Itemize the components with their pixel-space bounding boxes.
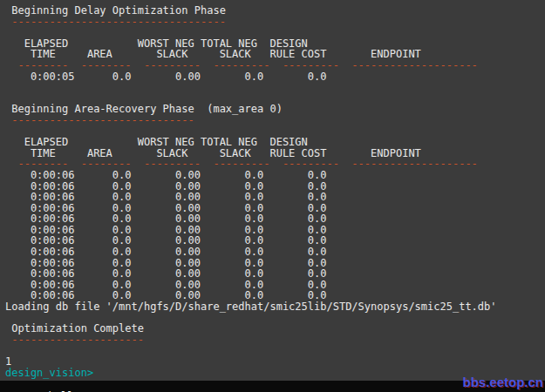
- terminal-line: [5, 27, 545, 38]
- terminal-line: ELAPSED WORST NEG TOTAL NEG DESIGN: [5, 137, 545, 148]
- terminal-line: 0:00:06 0.0 0.00 0.0 0.0: [5, 192, 545, 203]
- status-bar: tt shell 1 (Shell pwe) L229 08 Ret: [0, 381, 545, 392]
- terminal-line: 0:00:06 0.0 0.00 0.0 0.0: [5, 170, 545, 181]
- terminal-line: 0:00:05 0.0 0.00 0.0 0.0: [5, 71, 545, 83]
- terminal-line: Optimization Complete: [5, 323, 545, 335]
- terminal-line: ---------------------: [5, 335, 545, 346]
- terminal-line: 1: [5, 356, 545, 368]
- terminal-output[interactable]: Beginning Delay Optimization Phase -----…: [0, 0, 545, 381]
- terminal-line: 0:00:06 0.0 0.00 0.0 0.0: [5, 268, 545, 280]
- terminal-line: 0:00:06 0.0 0.00 0.0 0.0: [5, 213, 545, 225]
- terminal-line: -----------------------------: [5, 115, 545, 126]
- terminal-line: -------- -------- --------- --------- --…: [5, 60, 545, 71]
- terminal-line: Beginning Delay Optimization Phase: [5, 5, 545, 17]
- terminal-line: [5, 82, 545, 93]
- terminal-line: Loading db file '/mnt/hgfs/D/share_redha…: [5, 301, 545, 313]
- terminal-line: [5, 345, 545, 356]
- shell-prompt: design_vision>: [5, 368, 545, 379]
- terminal-line: ----------------------------------: [5, 17, 545, 28]
- terminal-line: 0:00:06 0.0 0.00 0.0 0.0: [5, 247, 545, 258]
